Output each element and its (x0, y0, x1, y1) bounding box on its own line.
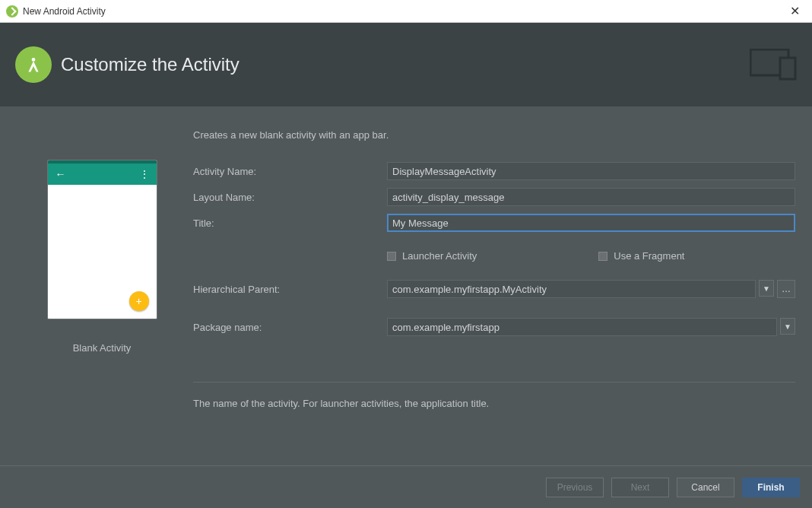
android-studio-logo-icon (15, 46, 52, 83)
package-name-row: Package name: com.example.myfirstapp ▼ (193, 318, 795, 336)
cancel-button[interactable]: Cancel (677, 478, 734, 497)
form-description: Creates a new blank activity with an app… (193, 129, 795, 141)
use-fragment-label: Use a Fragment (614, 250, 684, 262)
use-fragment-checkbox[interactable]: Use a Fragment (598, 250, 684, 262)
banner: Customize the Activity (0, 23, 812, 106)
next-button[interactable]: Next (611, 478, 669, 497)
hierarchical-parent-label: Hierarchical Parent: (193, 284, 387, 295)
activity-name-row: Activity Name: (193, 162, 795, 180)
window-title: New Android Activity (23, 6, 778, 17)
checkbox-box-icon (387, 252, 396, 261)
launcher-activity-checkbox[interactable]: Launcher Activity (387, 250, 477, 262)
overflow-menu-icon: ⋮ (139, 168, 149, 180)
preview-appbar: ← ⋮ (48, 164, 157, 185)
layout-name-label: Layout Name: (193, 192, 387, 203)
checkbox-box-icon (598, 252, 607, 261)
package-name-dropdown-button[interactable]: ▼ (780, 318, 795, 335)
hierarchical-parent-dropdown-button[interactable]: ▼ (759, 280, 774, 297)
package-name-value: com.example.myfirstapp (392, 322, 500, 333)
fab-icon: + (129, 291, 149, 311)
title-label: Title: (193, 217, 387, 229)
hierarchical-parent-value: com.example.myfirstapp.MyActivity (392, 284, 547, 295)
content-area: ← ⋮ + Blank Activity Creates a new blank… (0, 106, 812, 465)
template-preview: ← ⋮ + (47, 160, 157, 319)
previous-button[interactable]: Previous (546, 478, 604, 497)
template-preview-caption: Blank Activity (73, 342, 132, 354)
hierarchical-parent-browse-button[interactable]: … (777, 280, 795, 298)
hierarchical-parent-dropdown[interactable]: com.example.myfirstapp.MyActivity (387, 280, 756, 298)
package-name-label: Package name: (193, 322, 387, 333)
android-studio-icon (6, 5, 18, 17)
footer: Previous Next Cancel Finish (0, 465, 812, 508)
layout-name-row: Layout Name: (193, 188, 795, 206)
svg-rect-2 (780, 58, 795, 79)
layout-name-input[interactable] (387, 188, 795, 206)
preview-surface: + (48, 185, 157, 319)
help-text: The name of the activity. For launcher a… (193, 382, 795, 409)
wizard-window: Customize the Activity ← ⋮ + Blank Activ… (0, 23, 812, 508)
launcher-activity-label: Launcher Activity (402, 250, 477, 262)
hierarchical-parent-row: Hierarchical Parent: com.example.myfirst… (193, 280, 795, 298)
activity-name-label: Activity Name: (193, 166, 387, 177)
banner-heading: Customize the Activity (61, 54, 239, 75)
titlebar: New Android Activity ✕ (0, 0, 812, 23)
title-row: Title: (193, 214, 795, 232)
template-preview-column: ← ⋮ + Blank Activity (11, 129, 193, 465)
package-name-dropdown[interactable]: com.example.myfirstapp (387, 318, 777, 336)
title-input[interactable] (387, 214, 795, 232)
checkbox-row: Launcher Activity Use a Fragment (387, 250, 795, 262)
device-preview-icon (750, 49, 797, 81)
svg-point-0 (32, 58, 36, 62)
activity-name-input[interactable] (387, 162, 795, 180)
back-arrow-icon: ← (56, 168, 66, 180)
finish-button[interactable]: Finish (742, 478, 800, 497)
close-button[interactable]: ✕ (778, 0, 812, 23)
form-column: Creates a new blank activity with an app… (193, 129, 801, 465)
